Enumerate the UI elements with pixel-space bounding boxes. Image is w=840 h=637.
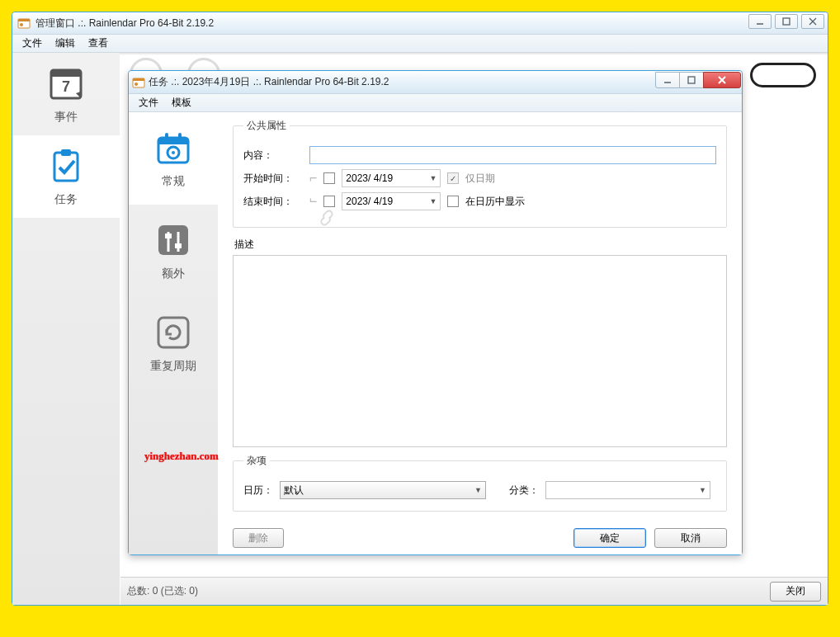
manager-window-controls <box>748 14 824 29</box>
manager-sidebar: 7 事件 任务 <box>12 53 120 605</box>
calendar-page-icon: 7 <box>46 64 86 103</box>
group-public: 公共属性 内容： 开始时间： ⌐ 2023/ 4/19 ▼ 仅日期 <box>233 119 727 228</box>
task-tab-general[interactable]: 常规 <box>129 112 218 205</box>
task-close-button[interactable] <box>703 72 741 88</box>
label-end: 结束时间： <box>243 195 303 209</box>
link-icon <box>318 209 336 227</box>
maximize-button[interactable] <box>775 14 798 29</box>
task-window-controls <box>656 72 741 88</box>
description-textarea[interactable] <box>233 255 727 447</box>
manager-statusbar: 总数: 0 (已选: 0) 关闭 <box>120 577 828 605</box>
task-titlebar[interactable]: 任务 .:. 2023年4月19日 .:. Rainlendar Pro 64-… <box>129 71 742 94</box>
description-section: 描述 <box>233 234 727 447</box>
task-body: 常规 额外 重复周期 公共属性 内容： <box>129 112 742 554</box>
end-date-value: 2023/ 4/19 <box>346 196 393 207</box>
calendar-select[interactable]: 默认 ▼ <box>280 481 486 499</box>
chevron-down-icon: ▼ <box>699 486 706 494</box>
group-public-legend: 公共属性 <box>243 119 290 133</box>
group-misc-legend: 杂项 <box>243 454 270 468</box>
svg-rect-11 <box>61 149 71 156</box>
svg-rect-1 <box>18 19 30 21</box>
task-tab-recur-label: 重复周期 <box>150 359 196 374</box>
svg-rect-13 <box>133 78 144 81</box>
task-form: 公共属性 内容： 开始时间： ⌐ 2023/ 4/19 ▼ 仅日期 <box>218 112 742 554</box>
svg-point-2 <box>20 23 23 26</box>
menu-edit[interactable]: 编辑 <box>49 35 82 52</box>
show-in-calendar-checkbox[interactable] <box>447 196 459 207</box>
svg-rect-4 <box>783 18 790 25</box>
cancel-button[interactable]: 取消 <box>654 528 727 548</box>
sidebar-tab-tasks-label: 任务 <box>54 192 78 207</box>
svg-rect-30 <box>158 318 188 347</box>
manager-titlebar[interactable]: 管理窗口 .:. Rainlendar Pro 64-Bit 2.19.2 <box>12 12 828 35</box>
svg-rect-16 <box>688 77 695 83</box>
sidebar-tab-events[interactable]: 7 事件 <box>12 53 120 135</box>
minimize-button[interactable] <box>748 14 772 29</box>
svg-rect-22 <box>178 133 182 139</box>
date-only-checkbox[interactable] <box>447 172 459 184</box>
label-category: 分类： <box>509 484 539 498</box>
label-description: 描述 <box>234 238 727 252</box>
end-date-picker[interactable]: 2023/ 4/19 ▼ <box>342 192 441 210</box>
menu-file[interactable]: 文件 <box>16 35 49 52</box>
menu-view[interactable]: 查看 <box>82 35 115 52</box>
svg-text:7: 7 <box>62 78 70 95</box>
manager-close-button[interactable]: 关闭 <box>770 582 821 602</box>
svg-rect-8 <box>51 70 81 77</box>
task-tab-general-label: 常规 <box>162 174 185 189</box>
task-menubar: 文件 模板 <box>129 94 742 112</box>
app-icon <box>132 76 145 89</box>
task-menu-template[interactable]: 模板 <box>165 94 198 111</box>
date-only-label: 仅日期 <box>465 172 495 186</box>
task-dialog: 任务 .:. 2023年4月19日 .:. Rainlendar Pro 64-… <box>128 70 743 555</box>
label-start: 开始时间： <box>243 172 303 186</box>
task-actions: 删除 确定 取消 <box>233 528 727 548</box>
svg-point-14 <box>134 83 138 86</box>
task-tab-extra-label: 额外 <box>162 267 185 281</box>
repeat-icon <box>153 313 193 352</box>
content-input[interactable] <box>309 146 716 164</box>
status-text: 总数: 0 (已选: 0) <box>127 584 198 598</box>
label-calendar: 日历： <box>243 484 273 498</box>
watermark-text: yinghezhan.com <box>144 450 219 463</box>
chevron-down-icon: ▼ <box>429 197 437 205</box>
task-minimize-button[interactable] <box>655 72 680 88</box>
sidebar-tab-tasks[interactable]: 任务 <box>12 135 120 218</box>
task-tab-extra[interactable]: 额外 <box>129 205 218 297</box>
delete-button[interactable]: 删除 <box>233 528 284 548</box>
chevron-down-icon: ▼ <box>474 486 482 494</box>
category-select[interactable]: ▼ <box>545 481 710 499</box>
svg-rect-29 <box>175 243 182 248</box>
clipboard-check-icon <box>46 146 86 186</box>
sidebar-tab-events-label: 事件 <box>54 110 78 125</box>
task-sidebar: 常规 额外 重复周期 <box>129 112 218 554</box>
gear-calendar-icon <box>153 128 193 168</box>
calendar-select-value: 默认 <box>284 484 304 498</box>
app-icon <box>17 17 31 30</box>
task-title-text: 任务 .:. 2023年4月19日 .:. Rainlendar Pro 64-… <box>149 75 389 89</box>
svg-rect-28 <box>165 234 172 238</box>
label-content: 内容： <box>243 149 303 163</box>
svg-rect-21 <box>165 133 168 139</box>
svg-point-24 <box>172 151 175 154</box>
close-button[interactable] <box>801 14 824 29</box>
search-field[interactable] <box>750 63 816 87</box>
end-enabled-checkbox[interactable] <box>323 196 335 207</box>
task-tab-recur[interactable]: 重复周期 <box>129 297 218 389</box>
start-date-value: 2023/ 4/19 <box>346 172 393 184</box>
show-in-calendar-label: 在日历中显示 <box>465 195 525 209</box>
manager-title-text: 管理窗口 .:. Rainlendar Pro 64-Bit 2.19.2 <box>35 17 214 31</box>
task-menu-file[interactable]: 文件 <box>132 94 165 111</box>
start-enabled-checkbox[interactable] <box>323 172 335 184</box>
svg-rect-25 <box>158 225 188 255</box>
start-date-picker[interactable]: 2023/ 4/19 ▼ <box>342 169 441 187</box>
chevron-down-icon: ▼ <box>429 174 437 182</box>
manager-menubar: 文件 编辑 查看 <box>12 35 828 53</box>
group-misc: 杂项 日历： 默认 ▼ 分类： ▼ <box>233 454 727 512</box>
bracket-bottom-icon: ⌐ <box>309 194 317 209</box>
svg-rect-20 <box>158 138 188 144</box>
svg-rect-10 <box>54 153 78 181</box>
sliders-icon <box>153 220 193 260</box>
task-maximize-button[interactable] <box>679 72 704 88</box>
ok-button[interactable]: 确定 <box>573 528 646 548</box>
